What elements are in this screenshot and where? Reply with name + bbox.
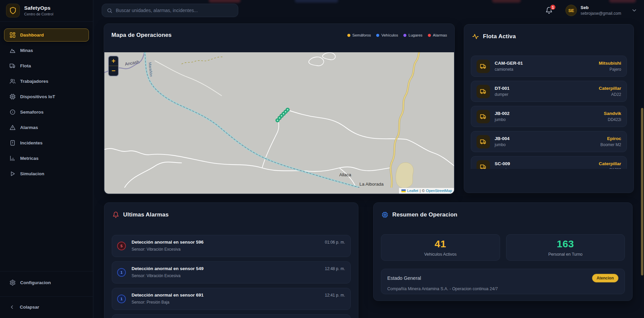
vehicle-type: jumbo	[495, 117, 509, 122]
vehicle-brand: Mitsubishi	[599, 61, 621, 66]
collapse-sidebar-button[interactable]: Colapsar	[4, 301, 89, 313]
fleet-row[interactable]: DT-001dumper CaterpillarAD22	[471, 81, 627, 102]
alarm-row[interactable]	[112, 314, 351, 318]
sidebar-nav: Dashboard Minas Flota Trabajadores Dispo…	[0, 22, 93, 271]
user-name: Seb	[581, 5, 621, 10]
fleet-row[interactable]: SC-009scooptram CaterpillarR1700	[471, 156, 627, 169]
ukraine-flag-icon	[401, 189, 406, 192]
vehicle-brand: Caterpillar	[599, 161, 621, 166]
alarm-sensor: Sensor: Vibración Excesiva	[132, 247, 345, 252]
attribution-separator: |	[419, 189, 420, 193]
vehicle-info: SC-009scooptram	[495, 161, 513, 169]
sidebar-item-flota[interactable]: Flota	[4, 59, 89, 72]
alarms-card-title: Ultimas Alarmas	[123, 211, 169, 218]
vehicle-brand: Sandvik	[604, 111, 621, 116]
legend-item-lugares: Lugares	[403, 33, 423, 37]
alarm-time: 01:06 p. m.	[325, 240, 345, 245]
vehicle-model: AD22	[599, 92, 621, 97]
alarm-row[interactable]: 5 Detección anormal en sensor 596 01:06 …	[112, 235, 351, 257]
user-email: sebrojasw@gmail.com	[581, 11, 621, 16]
alarm-row[interactable]: 1 Detección anormal en sensor 549 12:48 …	[112, 261, 351, 283]
legend-item-alarmas: Alarmas	[428, 33, 447, 37]
vehicle-brand: Caterpillar	[599, 86, 621, 91]
sidebar-item-minas[interactable]: Minas	[4, 44, 89, 57]
map-card: Mapa de Operaciones Semáforos Vehículos …	[104, 23, 455, 194]
vehicle-brand-info: CaterpillarR1700	[599, 161, 621, 169]
sidebar-item-label: Incidentes	[20, 140, 43, 145]
truck-icon	[477, 135, 490, 148]
legend-label: Alarmas	[433, 33, 447, 37]
fleet-row[interactable]: JB-004jumbo EpirocBoomer M2	[471, 131, 627, 152]
fleet-row[interactable]: CAM-GER-01camioneta MitsubishiPajero	[471, 56, 627, 77]
openstreetmap-link[interactable]: OpenStreetMap	[426, 189, 452, 193]
sidebar-item-label: Dashboard	[20, 33, 44, 38]
chevron-down-icon[interactable]	[631, 7, 637, 13]
vehicle-type: camioneta	[495, 67, 523, 72]
sidebar-item-simulacion[interactable]: Simulacion	[4, 167, 89, 180]
sidebar-item-dashboard[interactable]: Dashboard	[4, 28, 89, 42]
map-tiles: Ancash Marañón Allaca La Alborada	[104, 52, 454, 188]
sidebar-item-configuracion[interactable]: Configuracion	[4, 276, 89, 289]
user-info[interactable]: Seb sebrojasw@gmail.com	[581, 5, 621, 16]
vehicle-id: JB-002	[495, 111, 509, 116]
bar-chart-icon	[9, 155, 16, 162]
users-icon	[9, 78, 16, 84]
alarm-title: Detección anormal en sensor 549	[132, 266, 345, 271]
shield-logo-icon	[6, 4, 20, 17]
vehicle-brand-info: SandvikDD422i	[604, 111, 621, 122]
cpu-chip-icon	[382, 211, 388, 218]
sidebar-item-label: Trabajadores	[20, 79, 48, 84]
vehicle-brand-info: MitsubishiPajero	[599, 61, 621, 72]
alarm-time: 12:48 p. m.	[325, 266, 345, 271]
sidebar-item-semaforos[interactable]: Semaforos	[4, 106, 89, 119]
sidebar-item-dispositivos-iot[interactable]: Dispositivos IoT	[4, 90, 89, 103]
app-title-block: SafetyOps Centro de Control	[24, 5, 53, 16]
sidebar-item-label: Dispositivos IoT	[20, 94, 55, 99]
map-legend: Semáforos Vehículos Lugares Alarmas	[347, 33, 447, 37]
zoom-out-button[interactable]: −	[109, 66, 118, 76]
vehicle-info: DT-001dumper	[495, 86, 509, 97]
operations-map[interactable]: Ancash Marañón Allaca La Alborada + − Le…	[104, 52, 454, 194]
window-scrollbar-thumb[interactable]	[641, 108, 643, 275]
gear-icon	[9, 279, 16, 286]
vehicle-brand: Epiroc	[600, 136, 621, 141]
legend-dot	[403, 34, 406, 37]
sidebar-item-incidentes[interactable]: Incidentes	[4, 136, 89, 149]
search-input[interactable]	[116, 8, 233, 13]
summary-card-header: Resumen de Operacion	[374, 203, 632, 223]
sidebar-item-label: Alarmas	[20, 125, 38, 130]
collapse-label: Colapsar	[20, 305, 39, 310]
legend-item-semaforos: Semáforos	[347, 33, 371, 37]
chevron-left-icon	[9, 304, 15, 310]
summary-stats: 41 Vehiculos Activos 163 Personal en Tur…	[381, 234, 625, 261]
legend-label: Lugares	[408, 33, 423, 37]
avatar[interactable]: SE	[565, 5, 577, 16]
sidebar-item-trabajadores[interactable]: Trabajadores	[4, 75, 89, 88]
vehicle-model: DD422i	[604, 117, 621, 122]
summary-card-title: Resumen de Operacion	[392, 211, 457, 218]
notifications-button[interactable]: 1	[545, 7, 553, 14]
alarm-row[interactable]: 1 Detección anormal en sensor 691 12:41 …	[112, 288, 351, 310]
sidebar-item-metricas[interactable]: Metricas	[4, 152, 89, 165]
truck-icon	[477, 110, 490, 123]
sidebar-item-label: Simulacion	[20, 171, 44, 176]
truck-icon	[477, 85, 490, 98]
legend-dot	[376, 34, 379, 37]
vehicle-model: Boomer M2	[600, 142, 621, 147]
activity-pulse-icon	[472, 33, 479, 40]
leaflet-link[interactable]: Leaflet	[407, 189, 418, 193]
map-attribution: Leaflet | © OpenStreetMap	[399, 188, 454, 194]
vehicle-id: DT-001	[495, 86, 509, 91]
glow-decoration	[209, 0, 241, 3]
fleet-card-title: Flota Activa	[483, 33, 516, 40]
severity-badge: 1	[117, 295, 126, 303]
status-label: Estado General	[387, 275, 421, 281]
vehicle-type: jumbo	[495, 142, 509, 147]
user-area: 1 SE Seb sebrojasw@gmail.com	[545, 0, 639, 21]
legend-label: Semáforos	[352, 33, 371, 37]
summary-card: Resumen de Operacion 41 Vehiculos Activo…	[373, 202, 633, 301]
zoom-in-button[interactable]: +	[109, 56, 118, 66]
alarm-sensor: Sensor: Presión Baja	[132, 300, 345, 305]
fleet-row[interactable]: JB-002jumbo SandvikDD422i	[471, 106, 627, 127]
sidebar-item-alarmas[interactable]: Alarmas	[4, 121, 89, 134]
